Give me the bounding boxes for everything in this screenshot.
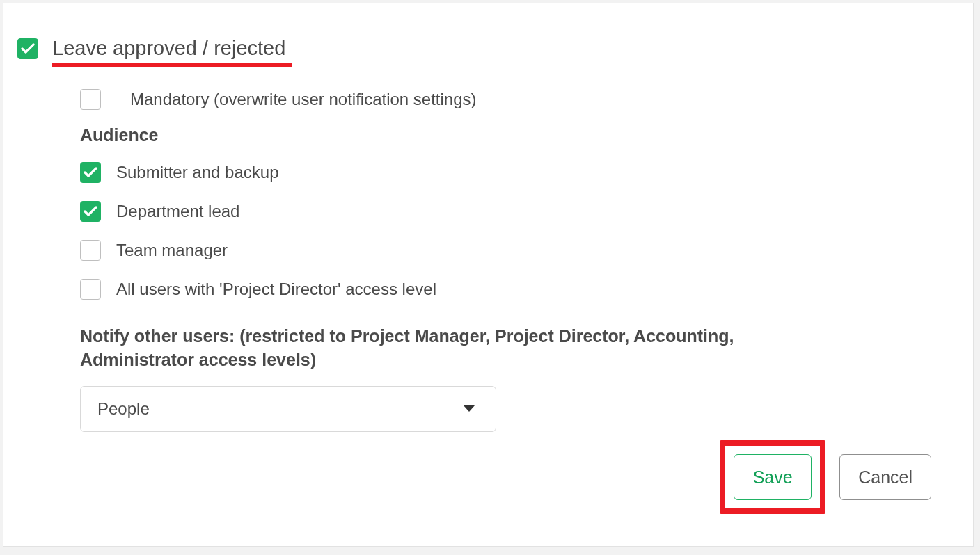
heading-label-text: Leave approved / rejected bbox=[52, 37, 285, 59]
audience-row: Team manager bbox=[80, 240, 959, 261]
audience-row: All users with 'Project Director' access… bbox=[80, 279, 959, 300]
people-dropdown-value: People bbox=[97, 399, 150, 419]
leave-approved-checkbox[interactable] bbox=[17, 38, 38, 59]
audience-label: Submitter and backup bbox=[116, 163, 278, 182]
audience-checkbox-team-manager[interactable] bbox=[80, 240, 101, 261]
audience-label: All users with 'Project Director' access… bbox=[116, 280, 436, 299]
audience-checkbox-submitter[interactable] bbox=[80, 162, 101, 183]
caret-down-icon bbox=[464, 405, 475, 412]
save-button[interactable]: Save bbox=[734, 454, 812, 500]
check-icon bbox=[21, 43, 35, 54]
audience-row: Submitter and backup bbox=[80, 162, 959, 183]
heading-row: Leave approved / rejected bbox=[17, 37, 959, 60]
mandatory-row: Mandatory (overwrite user notification s… bbox=[80, 89, 959, 110]
settings-panel: Leave approved / rejected Mandatory (ove… bbox=[3, 3, 974, 547]
audience-list: Submitter and backup Department lead Tea… bbox=[80, 162, 959, 300]
audience-title: Audience bbox=[80, 125, 959, 145]
audience-label: Department lead bbox=[116, 202, 239, 221]
check-icon bbox=[84, 167, 97, 178]
notify-title: Notify other users: (restricted to Proje… bbox=[80, 325, 818, 372]
mandatory-label: Mandatory (overwrite user notification s… bbox=[130, 90, 477, 109]
cancel-button[interactable]: Cancel bbox=[839, 454, 931, 500]
annotation-save-highlight: Save bbox=[720, 440, 825, 514]
annotation-underline bbox=[52, 63, 292, 67]
audience-label: Team manager bbox=[116, 241, 228, 260]
mandatory-checkbox[interactable] bbox=[80, 89, 101, 110]
audience-checkbox-project-director[interactable] bbox=[80, 279, 101, 300]
audience-row: Department lead bbox=[80, 201, 959, 222]
content-block: Mandatory (overwrite user notification s… bbox=[80, 89, 959, 432]
heading-label: Leave approved / rejected bbox=[52, 37, 285, 60]
people-dropdown[interactable]: People bbox=[80, 386, 496, 432]
audience-checkbox-department-lead[interactable] bbox=[80, 201, 101, 222]
check-icon bbox=[84, 206, 97, 217]
footer-actions: Save Cancel bbox=[720, 440, 931, 514]
